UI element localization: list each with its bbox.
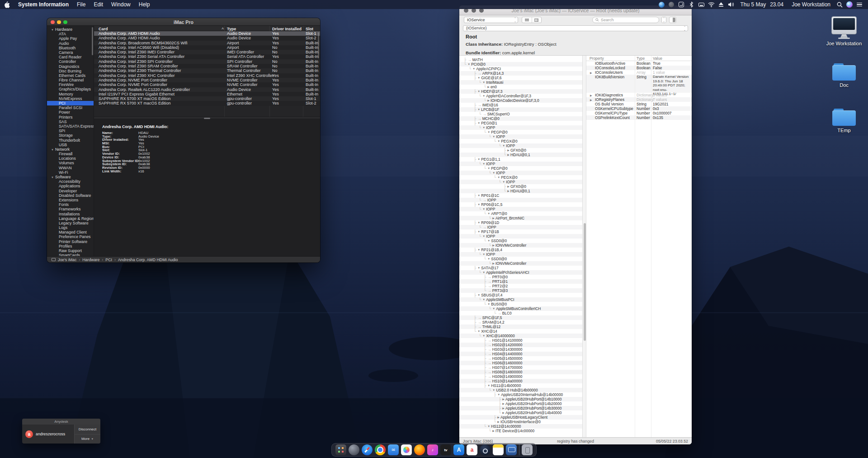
tree-node[interactable]: ├ →HS01@14100000 [459, 338, 582, 343]
tree-node[interactable]: ├ →HS10@14a00000 [459, 379, 582, 383]
expanded-triangle-icon[interactable]: ▼ [477, 293, 480, 297]
tree-node[interactable]: └ ▼IOPP [459, 207, 582, 211]
sidebar-item-wi-fi[interactable]: Wi-Fi [47, 170, 94, 175]
leaf-arrow-icon[interactable]: → [487, 352, 491, 356]
tree-node[interactable]: └ ▶en0 [459, 85, 582, 89]
tree-node[interactable]: ├ →THML@12 [459, 324, 582, 329]
tree-node[interactable]: ├ ▶GFX0@0 [459, 148, 582, 153]
expanded-triangle-icon[interactable]: ▼ [477, 220, 480, 225]
expanded-triangle-icon[interactable]: ▼ [477, 157, 480, 162]
dock-icon-steam[interactable] [480, 444, 491, 455]
tree-node[interactable]: └ →SMCSuperIO [459, 112, 582, 116]
table-row[interactable]: Andresha Corp. Intel Z390 SRAM Controlle… [94, 64, 320, 68]
sidebar-item-diagnostics[interactable]: Diagnostics [47, 64, 94, 69]
tree-node[interactable]: ├ ▶AppleUSB20HubPort@14b20000 [459, 401, 582, 406]
sidebar-section-hardware[interactable]: ▼Hardware [47, 27, 94, 32]
leaf-arrow-icon[interactable]: → [482, 198, 486, 202]
menu-app-name[interactable]: System Information [14, 0, 73, 9]
sidebar-item-card-reader[interactable]: Card Reader [47, 55, 94, 59]
sidebar-item-ethernet-cards[interactable]: Ethernet Cards [47, 73, 94, 78]
search-input[interactable]: Search [592, 17, 659, 23]
sidebar-item-logs[interactable]: Logs [47, 225, 94, 230]
expanded-triangle-icon[interactable]: ▼ [492, 388, 495, 392]
property-row[interactable]: IOConsoleLockedBooleanFalse [586, 66, 692, 70]
sidebar-item-controller[interactable]: Controller [47, 59, 94, 64]
tree-node[interactable]: ├ →MCHC@0 [459, 116, 582, 121]
expanded-triangle-icon[interactable]: ▼ [487, 257, 490, 261]
expanded-triangle-icon[interactable]: ▼ [482, 297, 485, 302]
sidebar-item-applications[interactable]: Applications [47, 184, 94, 188]
menu-window[interactable]: Window [107, 0, 135, 9]
tree-node[interactable]: ├ ▼RP06@1C,5 [459, 202, 582, 207]
property-row[interactable]: ▶IOKitDiagnosticsDictionary5 values [586, 93, 692, 97]
leaf-arrow-icon[interactable]: → [487, 370, 491, 374]
sidebar-item-managed-client[interactable]: Managed Client [47, 230, 94, 234]
desktop-icon-computer[interactable]: Joe Workstation [819, 16, 868, 46]
sidebar-item-bluetooth[interactable]: Bluetooth [47, 46, 94, 50]
expanded-triangle-icon[interactable]: ▼ [482, 125, 485, 130]
sidebar-item-fibre-channel[interactable]: Fibre Channel [47, 78, 94, 82]
tree-node[interactable]: └ ▼SSD0@0 [459, 257, 582, 261]
sidebar-scrollbar[interactable] [92, 27, 93, 55]
expanded-triangle-icon[interactable]: ▼ [467, 62, 470, 67]
leaf-arrow-icon[interactable]: → [497, 311, 501, 315]
tree-node[interactable]: ├ ▶AppleUSBHostLegacyClient [459, 415, 582, 420]
tree-node[interactable]: ├ →SPIC@1F,5 [459, 315, 582, 320]
tree-node[interactable]: ├ →HS08@14800000 [459, 370, 582, 374]
expanded-triangle-icon[interactable]: ▼ [497, 175, 500, 180]
character-viewer-icon[interactable] [676, 0, 686, 9]
tree-node[interactable]: └ ▼IOPP [459, 125, 582, 130]
expanded-triangle-icon[interactable]: ▼ [482, 334, 485, 338]
sidebar-item-audio[interactable]: Audio [47, 41, 94, 46]
dock-icon-launchpad[interactable] [335, 444, 346, 455]
tree-node[interactable]: └ ▼HS12@14c00000 [459, 424, 582, 429]
sidebar-item-pci[interactable]: PCI [47, 101, 94, 105]
dock-icon-firefox[interactable] [414, 444, 425, 455]
tree-node[interactable]: └ ▼BUS0@0 [459, 302, 582, 306]
tree-node[interactable]: └ ▼IOPP [459, 180, 582, 184]
expanded-triangle-icon[interactable]: ▼ [497, 139, 500, 143]
tree-node[interactable]: └ ▼PCI0@0 [459, 62, 582, 67]
property-row[interactable]: ▶IOConsoleUsersArray1 value [586, 70, 692, 75]
tree-node[interactable]: ├ ▼PEG0@1 [459, 121, 582, 125]
property-row[interactable]: OSKernelCPUSubtypeNumber0x3 [586, 106, 692, 111]
menu-clock-date[interactable]: Thu 5 May [736, 0, 770, 9]
tree-node[interactable]: ├ →HS09@14900000 [459, 374, 582, 379]
inspector-toggle-icon[interactable] [669, 17, 676, 23]
table-row[interactable]: Andresha Corp. Intel Z390 Serial ATA Con… [94, 54, 320, 59]
leaf-arrow-icon[interactable]: → [487, 347, 491, 352]
leaf-arrow-icon[interactable]: → [467, 57, 471, 62]
tree-node[interactable]: ├ ▼RP01@1C [459, 193, 582, 198]
property-row[interactable]: IOKitBuildVersionStringDarwin Kernel Ver… [586, 75, 692, 93]
table-scrollbar[interactable] [318, 32, 319, 58]
tree-node[interactable]: ├ ▼HDEF@1F,3 [459, 89, 582, 94]
expanded-triangle-icon[interactable]: ▼ [477, 76, 480, 80]
property-column-header[interactable]: Property [590, 56, 604, 61]
tree-node[interactable]: ├ →HS06@14600000 [459, 361, 582, 365]
tree-node[interactable]: └ ▼XHC@14 [459, 329, 582, 334]
dock-icon-chrome[interactable] [375, 444, 386, 455]
breadcrumb-segment[interactable]: Joe's iMac [58, 258, 76, 262]
sidebar-item-ata[interactable]: ATA [47, 32, 94, 36]
collapsed-triangle-icon[interactable]: ▶ [507, 148, 509, 153]
table-row[interactable]: Andresha Corp. AMD HDMI AudioAudio Devic… [94, 31, 320, 36]
tree-node[interactable]: ├ ▼GIGE@1F,6 [459, 76, 582, 80]
tree-node[interactable]: └ ▼XHC@14000000 [459, 334, 582, 338]
eject-icon[interactable] [716, 0, 726, 9]
tree-node[interactable]: ├ →HS05@14500000 [459, 356, 582, 361]
sidebar-section-software[interactable]: ▼Software [47, 175, 94, 179]
tree-node[interactable]: ├ →HS04@14400000 [459, 352, 582, 356]
tree-node[interactable]: ├ →HS03@14300000 [459, 347, 582, 352]
tree-node[interactable]: └ ▼ARPT@0 [459, 211, 582, 216]
desktop-icon-temp-folder[interactable]: TEmp [819, 109, 868, 133]
sidebar-section-network[interactable]: ▼Network [47, 147, 94, 152]
expanded-triangle-icon[interactable]: ▼ [482, 207, 485, 211]
expanded-triangle-icon[interactable]: ▼ [477, 248, 480, 252]
expanded-triangle-icon[interactable]: ▼ [482, 162, 485, 166]
table-row[interactable]: Andresha Corp. NVME Port ControllerNVME … [94, 82, 320, 87]
collapsed-triangle-icon[interactable]: ▶ [492, 261, 495, 266]
leaf-arrow-icon[interactable]: → [482, 112, 486, 116]
leaf-arrow-icon[interactable]: → [487, 365, 491, 370]
leaf-arrow-icon[interactable]: → [487, 374, 491, 379]
dock-icon-apple-tv[interactable]: tv [440, 444, 451, 455]
